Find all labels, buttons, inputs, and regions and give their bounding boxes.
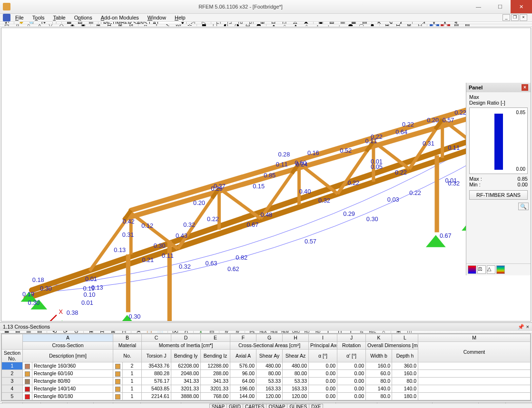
svg-text:0.19: 0.19 bbox=[22, 291, 34, 298]
r7[interactable]: ◈ bbox=[68, 24, 77, 27]
r13[interactable]: ↔ bbox=[141, 24, 150, 27]
r34[interactable]: ⊞ bbox=[382, 24, 392, 27]
r32[interactable]: ⬭ bbox=[356, 24, 366, 27]
r21[interactable]: ◑ bbox=[232, 24, 242, 27]
r10[interactable]: ⊖ bbox=[104, 24, 114, 27]
r26[interactable]: ⬧ bbox=[291, 24, 300, 27]
status-grid[interactable]: GRID bbox=[227, 404, 243, 408]
status-osnap[interactable]: OSNAP bbox=[266, 404, 287, 408]
r33[interactable]: ⬮ bbox=[367, 24, 377, 27]
menu-addon[interactable]: Add-on Modules bbox=[97, 14, 143, 21]
r23[interactable]: ◓ bbox=[254, 24, 264, 27]
svg-text:0.32: 0.32 bbox=[318, 197, 330, 204]
menu-window[interactable]: Window bbox=[144, 14, 170, 21]
r29[interactable]: ⬪ bbox=[324, 24, 333, 27]
mdi-close[interactable]: × bbox=[520, 14, 527, 21]
r19[interactable]: ⬡ bbox=[210, 24, 220, 27]
svg-text:0.40: 0.40 bbox=[299, 188, 311, 195]
status-glines[interactable]: GLINES bbox=[287, 404, 309, 408]
r27[interactable]: ⬨ bbox=[302, 24, 311, 27]
zoom-icon[interactable]: 🔍 bbox=[518, 203, 529, 210]
r8[interactable]: ◉ bbox=[79, 24, 88, 27]
menu-options[interactable]: Options bbox=[70, 14, 96, 21]
svg-text:0.22: 0.22 bbox=[409, 189, 421, 196]
svg-line-1 bbox=[26, 139, 503, 299]
ptab-color[interactable] bbox=[468, 265, 476, 274]
r39[interactable]: ▣ bbox=[441, 24, 450, 27]
close-button[interactable]: ✕ bbox=[511, 0, 532, 13]
r28[interactable]: ⬩ bbox=[313, 24, 322, 27]
r31[interactable]: ⬬ bbox=[345, 24, 355, 27]
3d-viewport[interactable]: X Y Z 0.190.300.180.300.380.010.100.190.… bbox=[1, 28, 531, 321]
mdi-min[interactable]: _ bbox=[502, 14, 510, 21]
table-header: 1.13 Cross-Sections 📌× bbox=[0, 322, 532, 331]
svg-text:0.62: 0.62 bbox=[227, 265, 239, 272]
ptab-3[interactable]: △ bbox=[487, 265, 495, 274]
r20[interactable]: ◐ bbox=[221, 24, 231, 27]
panel-close-icon[interactable]: × bbox=[522, 84, 528, 91]
status-dxf[interactable]: DXF bbox=[309, 404, 323, 408]
panel-body: Max Design Ratio [-] 0.85 0.00 Max :0.85… bbox=[466, 92, 531, 202]
svg-text:0.31: 0.31 bbox=[423, 140, 434, 147]
r11[interactable]: ⊗ bbox=[115, 24, 125, 27]
r37[interactable]: ⊡ bbox=[415, 24, 424, 27]
pin-icon[interactable]: 📌 bbox=[518, 324, 524, 330]
r4[interactable]: △ bbox=[35, 24, 44, 27]
r5[interactable]: ▽ bbox=[46, 24, 55, 27]
r14[interactable]: ↕ bbox=[152, 24, 161, 27]
ptab-2[interactable]: ⚖ bbox=[477, 265, 486, 274]
menu-file[interactable]: File bbox=[11, 14, 28, 21]
r25[interactable]: ⬦ bbox=[280, 24, 289, 27]
svg-text:0.22: 0.22 bbox=[395, 169, 407, 176]
svg-text:0.57: 0.57 bbox=[305, 238, 316, 245]
panel-module-button[interactable]: RF-TIMBER SANS bbox=[469, 190, 528, 200]
svg-text:0.82: 0.82 bbox=[236, 254, 247, 261]
r12[interactable]: ⊘ bbox=[126, 24, 136, 27]
status-cartes[interactable]: CARTES bbox=[243, 404, 266, 408]
r17[interactable]: ⊹ bbox=[185, 24, 194, 27]
r36[interactable]: ⊠ bbox=[404, 24, 414, 27]
gauge: 0.85 0.00 bbox=[469, 107, 528, 174]
svg-text:0.11: 0.11 bbox=[448, 144, 460, 151]
svg-text:0.43: 0.43 bbox=[176, 232, 187, 239]
r3[interactable]: ○ bbox=[24, 24, 33, 27]
r41[interactable]: ▨ bbox=[463, 24, 472, 27]
r2[interactable]: ◊ bbox=[13, 24, 22, 27]
r40[interactable]: ▧ bbox=[452, 24, 461, 27]
close-icon[interactable]: × bbox=[526, 324, 529, 330]
toolbar-2: ▭ ◊ ○ △ ▽ ◇ ◈ ◉ ⊕ ⊖ ⊗ ⊘ ↔ ↕ ⤡ xyz ⊹ ⬢ ⬡ … bbox=[0, 24, 532, 27]
table-row[interactable]: 1 Rectangle 160/360 2 35433.7662208.0012… bbox=[2, 362, 531, 369]
r22[interactable]: ◒ bbox=[243, 24, 253, 27]
maximize-button[interactable]: ☐ bbox=[489, 0, 511, 13]
menu-table[interactable]: Table bbox=[49, 14, 69, 21]
panel-header[interactable]: Panel × bbox=[466, 83, 531, 92]
menu-tools[interactable]: Tools bbox=[29, 14, 49, 21]
gauge-bar bbox=[494, 114, 503, 170]
r15[interactable]: ⤡ bbox=[163, 24, 172, 27]
menu-help[interactable]: Help bbox=[171, 14, 189, 21]
table-row[interactable]: 2 Rectangle 60/160 1 880.282048.00288.00… bbox=[2, 369, 531, 377]
r1[interactable]: ▭ bbox=[2, 24, 11, 27]
ptab-4[interactable] bbox=[496, 265, 505, 274]
svg-text:0.52: 0.52 bbox=[340, 147, 352, 154]
mdi-restore[interactable]: ❐ bbox=[511, 14, 519, 21]
r18[interactable]: ⬢ bbox=[199, 24, 209, 27]
table-row[interactable]: 5 Rectangle 80/180 1 2214.613888.00768.0… bbox=[2, 392, 531, 400]
r24[interactable]: ⬥ bbox=[269, 24, 278, 27]
r30[interactable]: ⬫ bbox=[335, 24, 344, 27]
r16[interactable]: xyz bbox=[174, 24, 183, 27]
svg-text:0.12: 0.12 bbox=[141, 222, 153, 229]
svg-text:0.32: 0.32 bbox=[179, 263, 191, 270]
svg-text:0.64: 0.64 bbox=[395, 128, 407, 136]
table-row[interactable]: 3 Rectangle 80/80 1 576.17341.33341.33 6… bbox=[2, 377, 531, 385]
svg-text:0.22: 0.22 bbox=[347, 179, 359, 186]
minimize-button[interactable]: — bbox=[468, 0, 489, 13]
r35[interactable]: ⊟ bbox=[393, 24, 403, 27]
r38[interactable]: ▣ bbox=[430, 24, 439, 27]
cross-sections-table[interactable]: A B CDE FGH IJ KL M Cross-Section Materi… bbox=[1, 333, 531, 401]
table-row[interactable]: 4 Rectangle 140/140 1 5403.853201.333201… bbox=[2, 385, 531, 392]
logo-icon bbox=[3, 14, 10, 21]
r9[interactable]: ⊕ bbox=[93, 24, 103, 27]
r6[interactable]: ◇ bbox=[57, 24, 66, 27]
status-snap[interactable]: SNAP bbox=[209, 404, 227, 408]
